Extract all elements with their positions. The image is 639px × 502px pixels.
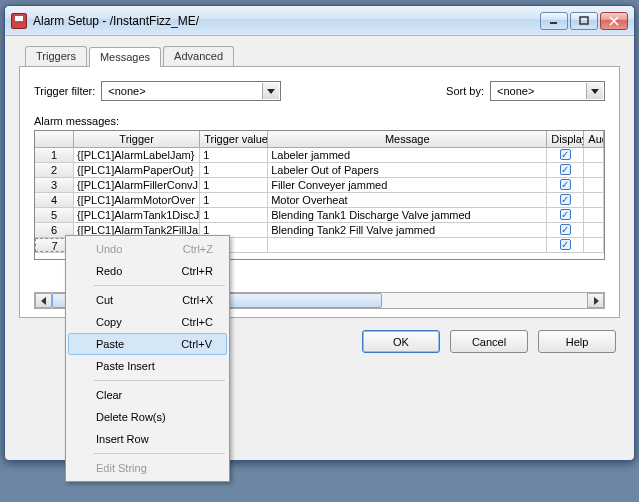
cell-message[interactable]: Blending Tank2 Fill Valve jammed [268,223,547,237]
cell-trigger-value[interactable]: 1 [200,208,268,222]
table-row[interactable]: 5{[PLC1]AlarmTank1DiscJ1Blending Tank1 D… [35,208,604,223]
cell-trigger[interactable]: {[PLC1]AlarmTank1DiscJ [74,208,200,222]
context-menu[interactable]: UndoCtrl+Z RedoCtrl+R CutCtrl+X CopyCtrl… [65,235,230,482]
window-title: Alarm Setup - /InstantFizz_ME/ [33,14,540,28]
col-display[interactable]: Display [547,131,584,147]
sort-by-label: Sort by: [446,85,484,97]
table-row[interactable]: 4{[PLC1]AlarmMotorOver1Motor Overheat [35,193,604,208]
app-icon [11,13,27,29]
cell-display-check[interactable] [547,163,584,177]
tab-advanced[interactable]: Advanced [163,46,234,66]
cancel-button[interactable]: Cancel [450,330,528,353]
cell-display-check[interactable] [547,238,584,252]
cell-audio[interactable] [584,208,604,222]
svg-rect-1 [580,17,588,24]
table-row[interactable]: 2{[PLC1]AlarmPaperOut}1Labeler Out of Pa… [35,163,604,178]
minimize-button[interactable] [540,12,568,30]
cell-trigger-value[interactable]: 1 [200,148,268,162]
cell-trigger[interactable]: {[PLC1]AlarmLabelJam} [74,148,200,162]
tabstrip: Triggers Messages Advanced [19,46,620,67]
menu-separator [94,453,225,454]
trigger-filter-value: <none> [108,85,145,97]
col-trigger-value[interactable]: Trigger value [200,131,268,147]
close-button[interactable] [600,12,628,30]
grid-label: Alarm messages: [34,115,605,127]
chevron-down-icon [591,89,599,95]
cell-display-check[interactable] [547,223,584,237]
cell-trigger[interactable]: {[PLC1]AlarmPaperOut} [74,163,200,177]
help-button[interactable]: Help [538,330,616,353]
cell-audio[interactable] [584,178,604,192]
cell-audio[interactable] [584,193,604,207]
menu-edit-string: Edit String [68,457,227,479]
cell-trigger-value[interactable]: 1 [200,193,268,207]
cell-message[interactable] [268,238,547,252]
row-header[interactable]: 3 [35,178,74,192]
scroll-left-button[interactable] [35,293,52,308]
cell-display-check[interactable] [547,208,584,222]
table-row[interactable]: 1{[PLC1]AlarmLabelJam}1Labeler jammed [35,148,604,163]
titlebar[interactable]: Alarm Setup - /InstantFizz_ME/ [5,6,634,36]
menu-cut[interactable]: CutCtrl+X [68,289,227,311]
row-header[interactable]: 2 [35,163,74,177]
menu-undo: UndoCtrl+Z [68,238,227,260]
cell-trigger[interactable]: {[PLC1]AlarmFillerConvJ [74,178,200,192]
cell-trigger-value[interactable]: 1 [200,178,268,192]
grid-header: Trigger Trigger value Message Display Au… [35,131,604,148]
menu-copy[interactable]: CopyCtrl+C [68,311,227,333]
trigger-filter-select[interactable]: <none> [101,81,281,101]
menu-separator [94,285,225,286]
trigger-filter-label: Trigger filter: [34,85,95,97]
cell-audio[interactable] [584,163,604,177]
svg-marker-6 [41,297,46,305]
sort-by-select[interactable]: <none> [490,81,605,101]
cell-display-check[interactable] [547,148,584,162]
svg-marker-4 [267,89,275,94]
ok-button[interactable]: OK [362,330,440,353]
col-message[interactable]: Message [268,131,547,147]
cell-message[interactable]: Filler Conveyer jammed [268,178,547,192]
cell-message[interactable]: Motor Overheat [268,193,547,207]
menu-clear[interactable]: Clear [68,384,227,406]
menu-redo[interactable]: RedoCtrl+R [68,260,227,282]
col-trigger[interactable]: Trigger [74,131,200,147]
col-audio[interactable]: Aud [584,131,604,147]
chevron-down-icon [267,89,275,95]
row-header[interactable]: 4 [35,193,74,207]
table-row[interactable]: 3{[PLC1]AlarmFillerConvJ1Filler Conveyer… [35,178,604,193]
row-header[interactable]: 1 [35,148,74,162]
menu-insert-row[interactable]: Insert Row [68,428,227,450]
cell-audio[interactable] [584,148,604,162]
sort-by-value: <none> [497,85,534,97]
svg-marker-5 [591,89,599,94]
scroll-right-button[interactable] [587,293,604,308]
maximize-button[interactable] [570,12,598,30]
menu-separator [94,380,225,381]
menu-paste-insert[interactable]: Paste Insert [68,355,227,377]
cell-display-check[interactable] [547,193,584,207]
menu-delete-rows[interactable]: Delete Row(s) [68,406,227,428]
svg-marker-7 [594,297,599,305]
cell-trigger[interactable]: {[PLC1]AlarmMotorOver [74,193,200,207]
cell-message[interactable]: Labeler jammed [268,148,547,162]
row-header[interactable]: 5 [35,208,74,222]
cell-audio[interactable] [584,223,604,237]
menu-paste[interactable]: PasteCtrl+V [68,333,227,355]
cell-display-check[interactable] [547,178,584,192]
cell-message[interactable]: Blending Tank1 Discharge Valve jammed [268,208,547,222]
tab-triggers[interactable]: Triggers [25,46,87,66]
cell-trigger-value[interactable]: 1 [200,163,268,177]
cell-audio[interactable] [584,238,604,252]
cell-message[interactable]: Labeler Out of Papers [268,163,547,177]
tab-messages[interactable]: Messages [89,47,161,67]
